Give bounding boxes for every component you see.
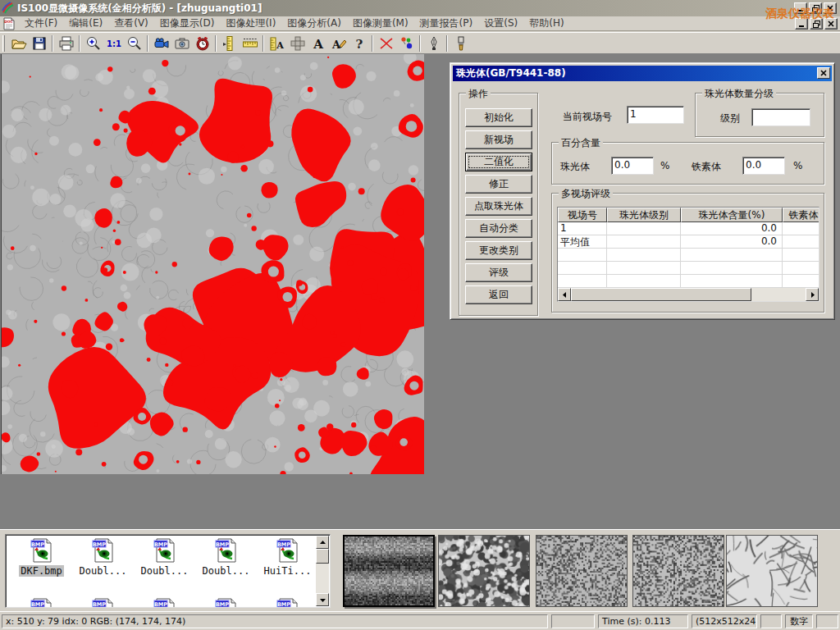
text-a-icon[interactable]: A [308,34,328,53]
photo-camera-icon[interactable] [171,34,192,53]
one-to-one-icon[interactable]: 1:1 [103,34,124,53]
pearlite-dialog: 珠光体(GB/T9441-88) 操作 初始化新视场二值化修正点取珠光体自动分类… [450,62,835,320]
horizontal-scrollbar[interactable] [558,288,819,301]
op-button-4[interactable]: 修正 [465,175,532,194]
menu-item[interactable]: 图像处理(I) [220,16,281,31]
save-floppy-icon[interactable] [29,34,49,53]
table-header[interactable]: 珠光体含量(%) [681,208,783,222]
thumbnail-banded[interactable] [343,535,435,607]
op-button-6[interactable]: 自动分类 [465,219,532,238]
ferrite-percent-unit: % [793,160,802,171]
cursor-position-status: x: 510 y: 79 idx: 0 RGB: (174, 174, 174) [2,614,548,628]
table-cell [783,249,819,262]
operations-group: 操作 初始化新视场二值化修正点取珠光体自动分类更改类别评级返回 [459,93,538,316]
menu-item[interactable]: 图像测量(M) [347,16,414,31]
child-close-icon[interactable] [824,18,838,30]
zoom-out-icon[interactable] [124,34,144,53]
restore-icon[interactable] [809,2,822,14]
table-header[interactable]: 视场号 [558,208,607,222]
table-row[interactable] [558,262,819,275]
table-row[interactable]: 平均值0.0 [558,235,819,249]
toolbar-separator [372,35,373,52]
caliper-vertical-icon[interactable] [219,34,240,53]
table-cell [558,275,607,288]
svg-text:?: ? [355,37,363,52]
open-folder-icon[interactable] [8,34,29,53]
table-cell [783,222,819,235]
op-button-3[interactable]: 二值化 [465,153,532,171]
table-cell: 0.0 [681,222,783,235]
menu-item[interactable]: 测量报告(P) [414,16,479,31]
minimize-icon[interactable] [794,2,807,14]
svg-text:A: A [276,40,284,51]
scroll-left-icon[interactable] [558,288,571,301]
menu-item[interactable]: 查看(V) [108,16,154,31]
ferrite-percent-input[interactable]: 0.0 [742,157,785,175]
dialog-close-icon[interactable] [817,67,830,79]
op-button-9[interactable]: 返回 [465,285,532,304]
application-window: IS100显微摄像系统(金相分析版) - [zhuguangti01] 酒泉仪器… [0,0,840,630]
table-cell: 0.0 [681,235,783,249]
color-balls-icon[interactable] [396,34,417,53]
caliper-text-icon[interactable]: A [267,34,287,53]
menu-item[interactable]: 设置(S) [478,16,523,31]
micrograph-image[interactable] [1,54,424,474]
op-button-2[interactable]: 新视场 [465,130,532,149]
menu-item[interactable]: 图像分析(A) [281,16,347,31]
menu-item[interactable]: 文件(F) [19,16,63,31]
toolbar-separator [419,35,421,52]
thumbnail-flake[interactable] [726,535,818,607]
pearlite-percent-input[interactable]: 0.0 [611,157,654,175]
level-input[interactable] [751,108,810,126]
op-button-5[interactable]: 点取珠光体 [465,197,532,216]
zoom-in-icon[interactable] [83,34,103,53]
thumbnail-fine2[interactable] [632,535,724,607]
table-cell [783,275,819,288]
toolbar: 1:1AAA? [0,32,840,54]
op-button-7[interactable]: 更改类别 [465,241,532,260]
help-icon[interactable]: ? [349,34,369,53]
printer-icon[interactable] [56,34,76,53]
grid-cross-icon[interactable] [287,34,308,53]
close-icon[interactable] [824,2,837,14]
table-cell [783,262,819,275]
ruler-horizontal-icon[interactable] [240,34,260,53]
stopwatch-icon[interactable] [192,34,212,53]
table-header[interactable]: 珠光体级别 [607,208,681,222]
paint-brush-icon[interactable] [450,34,471,53]
table-row[interactable]: 10.0 [558,222,819,235]
status-panel-empty [760,614,782,628]
thumbnail-coarse[interactable] [438,535,530,607]
op-button-8[interactable]: 评级 [465,263,532,282]
menu-item[interactable]: 帮助(H) [523,16,569,31]
image-size-status: (512x512x24) [692,614,757,628]
ink-pen-icon[interactable] [423,34,444,53]
menu-bar: DOC 文件(F)编辑(E)查看(V)图像显示(D)图像处理(I)图像分析(A)… [0,16,840,31]
current-field-input[interactable]: 1 [627,106,684,124]
menu-item[interactable]: 编辑(E) [63,16,108,31]
grade-group: 珠光体数量分级 级别 [695,93,824,137]
menu-item[interactable]: 图像显示(D) [154,16,221,31]
child-minimize-icon[interactable] [795,18,808,30]
table-header[interactable]: 铁素体含量(%) [783,208,819,222]
curve-cut-icon[interactable] [376,34,396,53]
thumbnail-fine[interactable] [536,535,628,607]
ferrite-label: 铁素体 [692,160,721,174]
op-button-1[interactable]: 初始化 [465,108,532,127]
toolbar-separator [446,35,448,52]
text-edit-icon[interactable]: A [328,34,349,53]
toolbar-grip[interactable] [2,35,5,52]
video-camera-icon[interactable] [151,34,171,53]
document-icon: DOC [2,17,16,30]
time-status: Time (s): 0.113 [598,614,688,628]
percent-group: 百分含量 珠光体 0.0 % 铁素体 0.0 % [551,142,824,185]
status-panel-empty [816,614,838,628]
app-icon [2,2,15,15]
table-row[interactable] [558,249,819,262]
table-row[interactable] [558,275,819,288]
scroll-right-icon[interactable] [806,288,819,301]
child-restore-icon[interactable] [810,18,823,30]
scrollbar-thumb[interactable] [571,288,751,301]
dialog-title-bar[interactable]: 珠光体(GB/T9441-88) [453,66,832,81]
level-label: 级别 [720,112,740,126]
